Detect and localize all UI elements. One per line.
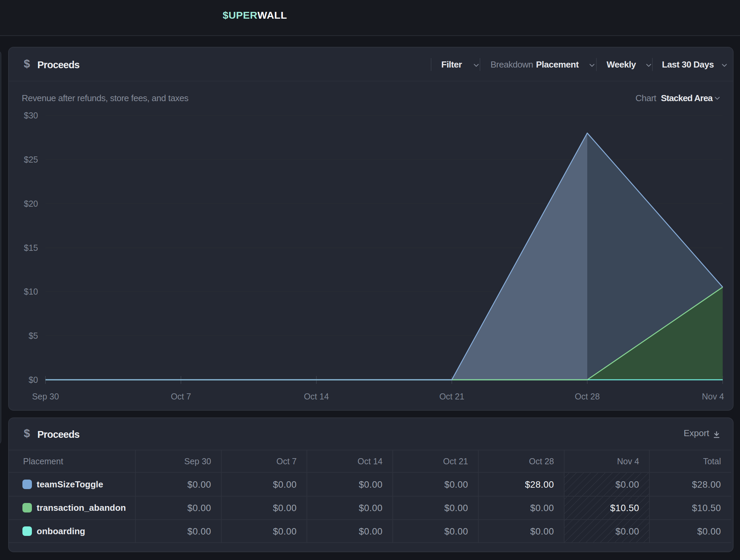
svg-text:$25: $25 [24, 155, 38, 164]
svg-text:Nov 4: Nov 4 [702, 392, 724, 401]
svg-text:Oct 7: Oct 7 [171, 392, 191, 401]
svg-text:transaction_abandon: transaction_abandon [37, 503, 126, 513]
svg-text:Oct 7: Oct 7 [276, 456, 297, 466]
svg-text:$0.00: $0.00 [530, 503, 554, 513]
svg-text:$0.00: $0.00 [359, 480, 383, 490]
svg-text:$0.00: $0.00 [615, 526, 639, 537]
svg-text:Oct 21: Oct 21 [439, 392, 464, 401]
svg-text:$0: $0 [29, 375, 38, 385]
svg-text:Oct 28: Oct 28 [575, 392, 600, 401]
svg-text:onboarding: onboarding [37, 526, 85, 536]
svg-text:Sep 30: Sep 30 [32, 392, 59, 401]
svg-text:$28.00: $28.00 [525, 480, 554, 490]
svg-text:$0.00: $0.00 [615, 480, 639, 490]
svg-text:Oct 14: Oct 14 [304, 392, 329, 401]
svg-text:$0.00: $0.00 [444, 480, 468, 490]
svg-text:$0.00: $0.00 [359, 526, 383, 537]
svg-text:$0.00: $0.00 [697, 526, 721, 537]
svg-text:$20: $20 [24, 199, 38, 208]
svg-text:$10.50: $10.50 [610, 503, 639, 513]
svg-text:$0.00: $0.00 [530, 526, 554, 537]
svg-text:teamSizeToggle: teamSizeToggle [37, 479, 103, 489]
svg-text:$0.00: $0.00 [444, 526, 468, 537]
svg-text:Oct 14: Oct 14 [357, 456, 383, 466]
svg-text:$0.00: $0.00 [359, 503, 383, 513]
svg-text:$0.00: $0.00 [273, 503, 297, 513]
svg-text:Oct 21: Oct 21 [443, 456, 468, 466]
svg-text:$0.00: $0.00 [187, 480, 211, 490]
svg-text:$30: $30 [24, 111, 38, 120]
svg-text:Nov 4: Nov 4 [617, 456, 639, 466]
svg-text:$0.00: $0.00 [273, 526, 297, 537]
svg-text:Sep 30: Sep 30 [184, 456, 211, 466]
svg-text:$0.00: $0.00 [187, 526, 211, 537]
svg-text:$10: $10 [24, 287, 38, 296]
svg-text:$0.00: $0.00 [187, 503, 211, 513]
svg-text:Total: Total [703, 456, 721, 466]
svg-text:Placement: Placement [23, 456, 63, 466]
svg-text:$10.50: $10.50 [692, 503, 721, 513]
svg-text:$0.00: $0.00 [273, 480, 297, 490]
svg-text:$5: $5 [29, 331, 38, 340]
svg-text:$28.00: $28.00 [692, 480, 721, 490]
svg-text:$15: $15 [24, 243, 38, 253]
svg-text:Oct 28: Oct 28 [529, 456, 554, 466]
svg-text:$0.00: $0.00 [444, 503, 468, 513]
